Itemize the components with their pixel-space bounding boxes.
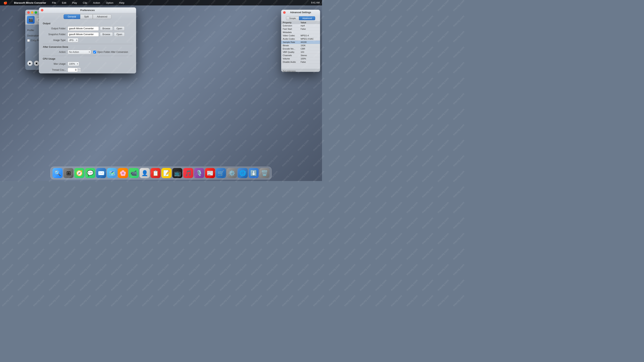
adv-cell-value-10: 100% — [300, 57, 318, 60]
snapshot-folder-row: Snapshot Folder: Browse Open — [43, 32, 132, 36]
menu-clip[interactable]: Clip — [82, 1, 88, 5]
snapshot-folder-input[interactable] — [68, 32, 99, 36]
max-usage-select[interactable]: 25% 50% 75% 100% — [68, 62, 79, 66]
adv-tab-simple[interactable]: Simple — [286, 16, 299, 20]
open-folder-check-row: Open Folder After Conversion — [93, 51, 128, 53]
adv-table-row-8[interactable]: VBR Quality 100 — [281, 50, 320, 54]
adv-cell-property-0: Extension — [283, 24, 300, 27]
snapshot-folder-browse-btn[interactable]: Browse — [100, 32, 113, 36]
adv-cell-value-3: MPEG-4 — [300, 34, 318, 37]
adv-table-row-4[interactable]: Audio Codec MPEG-4 AAC — [281, 37, 320, 41]
dock-item-reminders[interactable]: 📋 — [150, 168, 160, 178]
copy-folder-checkbox[interactable] — [27, 39, 30, 42]
adv-close-button[interactable] — [283, 11, 286, 14]
menu-play[interactable]: Play — [71, 1, 78, 5]
image-type-select-wrap: JPG PNG BMP ▼ — [68, 38, 78, 42]
dock-item-notes[interactable]: 📝 — [162, 168, 172, 178]
adv-table-row-5[interactable]: Sample Rate 44100 — [281, 41, 320, 44]
adv-table-row-0[interactable]: Extension mp4 — [281, 24, 320, 27]
max-usage-select-wrap: 25% 50% 75% 100% ▼ — [68, 62, 79, 66]
adv-cell-value-11: False — [300, 61, 318, 63]
close-button[interactable] — [27, 11, 30, 14]
dock-item-contacts[interactable]: 👤 — [140, 168, 150, 178]
adv-cell-property-1: Fast Start — [283, 28, 300, 30]
thread-count-up[interactable]: ▲ — [78, 68, 80, 70]
dock-item-mail[interactable]: ✉️ — [96, 168, 106, 178]
adv-cell-value-5: 44100 — [300, 41, 318, 43]
dock-item-syspref[interactable]: ⚙️ — [227, 168, 237, 178]
open-folder-label: Open Folder After Conversion — [97, 51, 128, 53]
dock-item-photos[interactable]: 🌸 — [118, 168, 128, 178]
output-folder-input[interactable] — [68, 26, 99, 31]
action-select[interactable]: No Action Open Output Folder Shut Down — [68, 50, 91, 54]
snapshot-folder-label: Snapshot Folder: — [43, 33, 66, 36]
dock-item-news[interactable]: 📰 — [205, 168, 215, 178]
adv-header-property: Property — [283, 21, 300, 24]
dock-item-launchpad[interactable]: ⊞ — [64, 168, 74, 178]
tab-general[interactable]: General — [64, 14, 80, 19]
adv-table-row-11[interactable]: Disable Audio False — [281, 60, 320, 64]
adv-table-row-1[interactable]: Fast Start False — [281, 27, 320, 31]
adv-table-row-2[interactable]: Metadata — [281, 31, 320, 34]
adv-cell-value-7: CBR — [300, 48, 318, 50]
adv-table-row-9[interactable]: Channels Stereo — [281, 54, 320, 57]
adv-cell-property-9: Channels — [283, 54, 300, 56]
dock: 🔍 ⊞ 🧭 💬 ✉️ 🗺️ 🌸 📹 👤 📋 📝 📺 🎵 🎙️ 📰 🛒 ⚙️ 🌐 … — [50, 167, 272, 180]
menu-file[interactable]: File — [51, 1, 57, 5]
tab-split[interactable]: Split — [80, 14, 93, 19]
adv-table-body: Extension mp4 Fast Start False Metadata … — [281, 24, 320, 69]
adv-table-row-6[interactable]: Bitrate 192K — [281, 44, 320, 47]
snapshot-folder-open-btn[interactable]: Open — [114, 32, 125, 36]
adv-status: Set extension. — [281, 69, 320, 72]
adv-cell-property-5: Sample Rate — [283, 41, 300, 43]
thread-count-down[interactable]: ▼ — [78, 70, 80, 72]
dock-item-podcasts[interactable]: 🎙️ — [194, 168, 204, 178]
adv-cell-value-9: Stereo — [300, 54, 318, 56]
output-folder-browse-btn[interactable]: Browse — [100, 26, 113, 31]
adv-table-row-3[interactable]: Video Codec MPEG-4 — [281, 34, 320, 37]
pref-tabs: General Split Advanced — [39, 13, 136, 20]
play-button[interactable]: ▶ — [27, 61, 33, 66]
adv-cell-property-6: Bitrate — [283, 44, 300, 47]
adv-table-row-7[interactable]: Encode Mo... CBR — [281, 47, 320, 50]
thread-count-spinbox: ▲ ▼ — [68, 68, 81, 72]
output-folder-open-btn[interactable]: Open — [114, 26, 125, 31]
dock-item-music[interactable]: 🎵 — [183, 168, 193, 178]
menu-help[interactable]: Help — [118, 1, 126, 5]
menu-action[interactable]: Action — [92, 1, 101, 5]
pref-close-button[interactable] — [41, 9, 43, 11]
dock-item-network[interactable]: 🌐 — [238, 168, 248, 178]
dock-item-messages[interactable]: 💬 — [85, 168, 95, 178]
advanced-settings-panel: Advanced Settings Simple Advanced Proper… — [281, 10, 320, 72]
adv-cell-property-2: Metadata — [283, 31, 300, 33]
dock-item-safari[interactable]: 🧭 — [74, 168, 84, 178]
apple-menu[interactable]: 🍎 — [2, 0, 8, 5]
adv-cell-property-7: Encode Mo... — [283, 48, 300, 50]
dock-item-tv[interactable]: 📺 — [172, 168, 182, 178]
dock-item-finder[interactable]: 🔍 — [52, 168, 62, 178]
menu-option[interactable]: Option — [105, 1, 114, 5]
minimize-button[interactable] — [31, 11, 34, 14]
adv-cell-value-0: mp4 — [300, 24, 318, 27]
adv-cell-value-4: MPEG-4 AAC — [300, 38, 318, 40]
menu-edit[interactable]: Edit — [61, 1, 67, 5]
image-type-select[interactable]: JPG PNG BMP — [68, 38, 78, 42]
thread-count-input[interactable] — [68, 68, 78, 72]
dock-item-trash[interactable]: 🗑️ — [260, 168, 270, 178]
adv-title: Advanced Settings — [290, 11, 311, 14]
adv-table-row-10[interactable]: Volume 100% — [281, 57, 320, 60]
tab-advanced[interactable]: Advanced — [93, 14, 111, 19]
open-folder-checkbox[interactable] — [93, 51, 96, 53]
dock-item-maps[interactable]: 🗺️ — [107, 168, 117, 178]
adv-tab-advanced[interactable]: Advanced — [299, 16, 315, 20]
maximize-button[interactable] — [34, 11, 37, 14]
output-folder-row: Output Folder: Browse Open — [43, 26, 132, 31]
adv-cell-property-11: Disable Audio — [283, 61, 300, 63]
dock-item-facetime[interactable]: 📹 — [129, 168, 139, 178]
dock-item-downloads[interactable]: ⬇️ — [248, 168, 258, 178]
stop-button[interactable]: ⏹ — [34, 61, 39, 66]
adv-status-text: Set extension. — [283, 70, 296, 72]
pref-titlebar: Preferences — [39, 7, 136, 13]
dock-item-appstore[interactable]: 🛒 — [216, 168, 226, 178]
adv-titlebar: Advanced Settings — [281, 10, 320, 15]
